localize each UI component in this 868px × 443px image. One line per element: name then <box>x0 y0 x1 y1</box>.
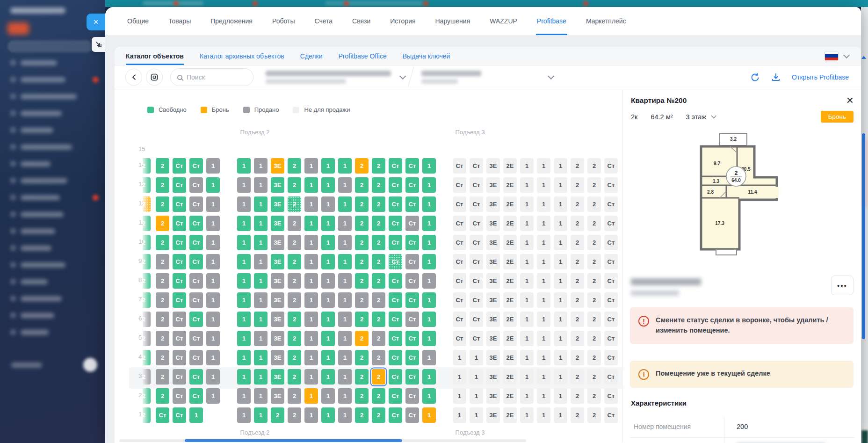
apartment-cell[interactable]: 2 <box>355 331 369 346</box>
apartment-cell[interactable]: 1 <box>554 312 567 327</box>
apartment-cell[interactable]: Ст <box>453 177 466 193</box>
apartment-cell[interactable]: Ст <box>173 292 186 308</box>
apartment-cell[interactable]: Ст <box>604 216 618 231</box>
apartment-cell[interactable]: 1 <box>254 331 268 346</box>
apartment-cell[interactable]: 2 <box>571 312 584 327</box>
apartment-cell[interactable]: 1 <box>206 235 220 250</box>
apartment-cell[interactable]: 1 <box>537 196 550 212</box>
apartment-cell[interactable]: 1 <box>237 177 251 193</box>
apartment-cell[interactable]: 2 <box>571 369 584 385</box>
apartment-cell[interactable]: 1 <box>554 177 567 193</box>
apartment-cell[interactable]: 1 <box>537 235 550 250</box>
apartment-cell[interactable]: Ст <box>389 254 402 269</box>
apartment-cell[interactable]: 2 <box>355 292 369 308</box>
apartment-cell[interactable]: 1 <box>237 158 251 174</box>
apartment-cell[interactable]: 1 <box>304 292 318 308</box>
apartment-cell[interactable]: 1 <box>206 312 220 327</box>
crm-tab[interactable]: Роботы <box>262 7 304 35</box>
apartment-cell[interactable]: Ст <box>604 158 618 174</box>
apartment-cell[interactable]: 2 <box>156 273 169 289</box>
apartment-cell[interactable]: Ст <box>405 292 419 308</box>
slider-dock-button[interactable] <box>92 37 105 52</box>
apartment-cell[interactable]: 1 <box>321 407 335 423</box>
apartment-cell[interactable]: 1 <box>321 369 335 385</box>
apartment-cell[interactable]: 2 <box>372 216 385 231</box>
apartment-cell[interactable]: 1 <box>422 388 436 404</box>
apartment-cell[interactable]: 1 <box>520 369 534 385</box>
apartment-cell[interactable]: 1 <box>520 254 534 269</box>
apartment-cell[interactable]: Ст <box>470 331 483 346</box>
apartment-cell[interactable]: Ст <box>405 407 419 423</box>
apartment-cell[interactable]: 2 <box>143 331 151 346</box>
apartment-cell[interactable]: 2 <box>372 407 385 423</box>
apartment-cell[interactable]: Ст <box>604 407 618 423</box>
apartment-cell[interactable]: 1 <box>422 331 436 346</box>
apartment-cell[interactable]: Ст <box>389 158 402 174</box>
crm-tab[interactable]: Маркетплейс <box>576 7 636 35</box>
apartment-cell[interactable]: Ст <box>470 235 483 250</box>
apartment-cell[interactable]: 2 <box>355 312 369 327</box>
apartment-cell[interactable]: 1 <box>254 216 268 231</box>
apartment-cell[interactable]: 1 <box>237 388 251 404</box>
apartment-cell[interactable]: 2 <box>156 235 169 250</box>
apartment-cell[interactable]: Ст <box>173 369 186 385</box>
apartment-cell[interactable]: Ст <box>173 273 186 289</box>
apartment-cell[interactable]: 1 <box>304 254 318 269</box>
apartment-cell[interactable]: 1 <box>237 369 251 385</box>
apartment-cell[interactable]: 1 <box>520 177 534 193</box>
catalog-subtab[interactable]: Каталог архивных объектов <box>200 47 284 65</box>
apartment-cell[interactable]: 2Е <box>503 196 517 212</box>
apartment-cell[interactable]: Ст <box>173 254 186 269</box>
apartment-cell[interactable]: 1 <box>554 369 567 385</box>
apartment-cell[interactable]: 1 <box>554 158 567 174</box>
crm-tab[interactable]: Связи <box>342 7 380 35</box>
catalog-subtab[interactable]: Каталог объектов <box>126 47 184 65</box>
apartment-cell[interactable]: 1 <box>537 254 550 269</box>
apartment-cell[interactable]: 2 <box>372 388 385 404</box>
apartment-cell[interactable]: 2 <box>372 331 385 346</box>
apartment-cell[interactable]: 2 <box>587 292 601 308</box>
apartment-cell[interactable]: 1 <box>520 158 534 174</box>
apartment-cell[interactable]: 2 <box>372 177 385 193</box>
apartment-cell[interactable]: 1 <box>321 273 335 289</box>
crm-tab[interactable]: Общие <box>117 7 159 35</box>
apartment-cell[interactable]: 1 <box>237 407 251 423</box>
apartment-cell[interactable]: 1 <box>237 273 251 289</box>
apartment-cell[interactable]: 2 <box>355 407 369 423</box>
apartment-cell[interactable]: 3Е <box>271 158 284 174</box>
apartment-cell[interactable]: 1 <box>422 312 436 327</box>
apartment-cell[interactable]: 1 <box>338 177 352 193</box>
apartment-cell[interactable]: Ст <box>604 196 618 212</box>
apartment-cell[interactable]: 1 <box>338 292 352 308</box>
apartment-cell[interactable]: 2 <box>372 235 385 250</box>
apartment-cell[interactable]: 1 <box>237 312 251 327</box>
apartment-cell[interactable]: 2 <box>156 292 169 308</box>
apartment-cell[interactable]: Ст <box>405 254 419 269</box>
apartment-cell[interactable]: Ст <box>173 177 186 193</box>
apartment-cell[interactable]: 2 <box>143 177 151 193</box>
apartment-cell[interactable]: 1 <box>206 369 220 385</box>
apartment-cell[interactable]: 3Е <box>486 216 500 231</box>
apartment-cell[interactable]: Ст <box>189 216 203 231</box>
apartment-cell[interactable]: 3Е <box>486 350 500 365</box>
apartment-cell[interactable]: 1 <box>537 369 550 385</box>
apartment-cell[interactable]: 2 <box>156 196 169 212</box>
apartment-cell[interactable]: Ст <box>389 407 402 423</box>
apartment-cell[interactable]: 2 <box>587 369 601 385</box>
apartment-cell[interactable]: 1 <box>338 331 352 346</box>
apartment-cell[interactable]: 1 <box>206 292 220 308</box>
apartment-cell[interactable]: 3Е <box>271 312 284 327</box>
apartment-cell[interactable]: Ст <box>173 331 186 346</box>
apartment-cell[interactable]: 2 <box>288 235 301 250</box>
catalog-subtab[interactable]: Profitbase Office <box>338 47 386 65</box>
apartment-cell[interactable]: Ст <box>453 254 466 269</box>
apartment-cell[interactable]: 1 <box>338 216 352 231</box>
apartment-cell[interactable]: Ст <box>470 216 483 231</box>
apartment-cell[interactable]: 3Е <box>271 254 284 269</box>
apartment-cell[interactable]: 2Е <box>503 388 517 404</box>
apartment-cell[interactable]: 1 <box>338 158 352 174</box>
apartment-cell[interactable]: 1 <box>304 177 318 193</box>
apartment-cell[interactable]: 3Е <box>271 196 284 212</box>
apartment-cell[interactable]: 2 <box>571 350 584 365</box>
apartment-cell[interactable]: 2 <box>288 158 301 174</box>
